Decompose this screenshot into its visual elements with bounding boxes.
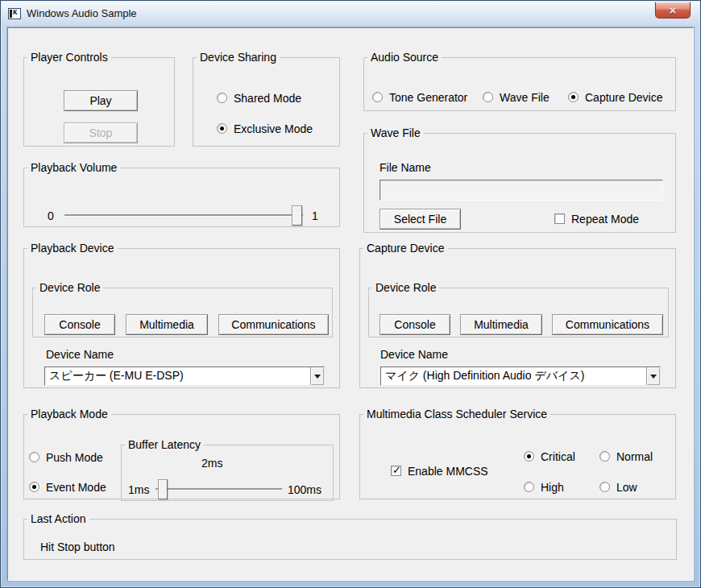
checkbox-icon: ✓ <box>554 213 565 224</box>
radio-tone-generator[interactable]: Tone Generator <box>372 91 467 103</box>
playback-device-name-label: Device Name <box>46 348 114 361</box>
group-playback-volume: Playback Volume 0 1 <box>23 162 340 227</box>
radio-icon <box>524 451 534 462</box>
radio-label: Tone Generator <box>389 91 467 104</box>
group-last-action: Last Action Hit Stop button <box>23 513 677 560</box>
group-player-controls-legend: Player Controls <box>27 52 111 64</box>
checkbox-icon: ✓ <box>391 466 401 476</box>
group-device-sharing-legend: Device Sharing <box>197 52 280 64</box>
file-name-input[interactable] <box>380 180 663 201</box>
checkbox-label: Enable MMCSS <box>408 465 488 478</box>
group-mmcss-legend: Multimedia Class Scheduler Service <box>363 408 550 420</box>
app-icon <box>8 8 21 19</box>
capture-device-name-combo[interactable]: マイク (High Definition Audio デバイス) <box>380 366 661 386</box>
titlebar[interactable]: Windows Audio Sample × <box>2 2 699 25</box>
capture-device-name-label: Device Name <box>380 348 448 361</box>
playback-console-button[interactable]: Console <box>44 314 115 335</box>
buffer-latency-min-label: 1ms <box>128 483 149 496</box>
radio-icon <box>599 451 610 462</box>
group-buffer-latency-legend: Buffer Latency <box>125 439 204 451</box>
capture-console-button[interactable]: Console <box>380 314 450 335</box>
group-mmcss: Multimedia Class Scheduler Service ✓ Ena… <box>359 408 676 499</box>
radio-label: Normal <box>616 450 653 463</box>
radio-label: Exclusive Mode <box>234 122 313 135</box>
group-audio-source: Audio Source Tone Generator Wave File Ca… <box>363 52 676 111</box>
combo-value: マイク (High Definition Audio デバイス) <box>381 369 646 383</box>
checkbox-enable-mmcss[interactable]: ✓ Enable MMCSS <box>391 465 488 477</box>
radio-event-mode[interactable]: Event Mode <box>29 481 106 493</box>
window: Windows Audio Sample × Player Controls P… <box>0 0 701 588</box>
group-capture-device-legend: Capture Device <box>363 242 448 255</box>
group-playback-volume-legend: Playback Volume <box>27 162 120 174</box>
group-player-controls: Player Controls Play Stop <box>23 52 175 147</box>
buffer-latency-slider-thumb[interactable] <box>158 479 168 499</box>
volume-max-label: 1 <box>312 209 318 222</box>
capture-multimedia-button[interactable]: Multimedia <box>460 314 542 335</box>
radio-label: Low <box>616 481 637 494</box>
buffer-latency-max-label: 100ms <box>288 483 321 496</box>
radio-icon <box>524 482 534 492</box>
radio-icon <box>217 123 227 134</box>
radio-wave-file[interactable]: Wave File <box>483 91 550 103</box>
buffer-latency-value-label: 2ms <box>201 457 222 470</box>
close-button[interactable]: × <box>655 2 691 19</box>
group-playback-device-role: Device Role Console Multimedia Communica… <box>32 282 333 337</box>
chevron-down-icon[interactable] <box>646 367 660 385</box>
combo-value: スピーカー (E-MU E-DSP) <box>45 369 310 383</box>
radio-label: Push Mode <box>46 451 103 464</box>
radio-label: Critical <box>541 450 575 463</box>
play-button[interactable]: Play <box>64 90 138 111</box>
last-action-text: Hit Stop button <box>40 540 115 553</box>
volume-slider-thumb[interactable] <box>292 205 302 226</box>
radio-icon <box>483 92 493 102</box>
radio-label: Event Mode <box>46 481 106 494</box>
radio-exclusive-mode[interactable]: Exclusive Mode <box>217 122 313 135</box>
radio-label: High <box>541 481 564 494</box>
group-device-role-legend: Device Role <box>36 282 103 294</box>
group-playback-device: Playback Device Device Role Console Mult… <box>23 242 340 388</box>
chevron-down-icon[interactable] <box>310 367 324 385</box>
select-file-button[interactable]: Select File <box>380 209 461 230</box>
radio-critical[interactable]: Critical <box>524 450 575 462</box>
radio-low[interactable]: Low <box>599 481 637 493</box>
radio-capture-device[interactable]: Capture Device <box>568 91 663 103</box>
radio-label: Wave File <box>500 91 550 104</box>
radio-label: Capture Device <box>585 91 663 104</box>
group-capture-device: Capture Device Device Role Console Multi… <box>359 242 676 388</box>
buffer-latency-slider-track[interactable] <box>156 488 282 491</box>
group-buffer-latency: Buffer Latency 2ms 1ms 100ms <box>121 439 334 501</box>
client-area: Player Controls Play Stop Device Sharing… <box>7 27 694 581</box>
group-wave-file: Wave File File Name Select File ✓ Repeat… <box>363 127 676 233</box>
checkbox-label: Repeat Mode <box>571 213 639 226</box>
radio-icon <box>217 93 227 103</box>
radio-push-mode[interactable]: Push Mode <box>29 451 103 463</box>
group-device-role-legend: Device Role <box>372 282 439 294</box>
checkbox-repeat-mode[interactable]: ✓ Repeat Mode <box>554 213 639 225</box>
playback-device-name-combo[interactable]: スピーカー (E-MU E-DSP) <box>44 366 325 386</box>
radio-label: Shared Mode <box>234 92 301 105</box>
volume-min-label: 0 <box>48 209 54 222</box>
window-title: Windows Audio Sample <box>27 7 137 19</box>
group-wave-file-legend: Wave File <box>367 127 424 139</box>
group-last-action-legend: Last Action <box>27 513 89 525</box>
playback-multimedia-button[interactable]: Multimedia <box>126 314 208 335</box>
radio-icon <box>372 92 383 102</box>
group-playback-device-legend: Playback Device <box>27 242 118 255</box>
radio-icon <box>29 452 39 462</box>
radio-high[interactable]: High <box>524 481 564 493</box>
playback-communications-button[interactable]: Communications <box>218 314 329 335</box>
group-capture-device-role: Device Role Console Multimedia Communica… <box>368 282 669 337</box>
close-icon: × <box>670 4 677 16</box>
radio-shared-mode[interactable]: Shared Mode <box>217 92 301 104</box>
volume-slider-track[interactable] <box>64 214 303 217</box>
radio-icon <box>29 482 39 492</box>
capture-communications-button[interactable]: Communications <box>552 314 663 335</box>
radio-icon <box>599 482 610 492</box>
stop-button[interactable]: Stop <box>64 122 138 143</box>
group-device-sharing: Device Sharing Shared Mode Exclusive Mod… <box>193 52 340 147</box>
group-playback-mode: Playback Mode Push Mode Event Mode Buffe… <box>23 408 340 499</box>
radio-normal[interactable]: Normal <box>599 450 653 462</box>
radio-icon <box>568 92 579 102</box>
file-name-label: File Name <box>380 161 431 174</box>
group-playback-mode-legend: Playback Mode <box>27 408 111 420</box>
